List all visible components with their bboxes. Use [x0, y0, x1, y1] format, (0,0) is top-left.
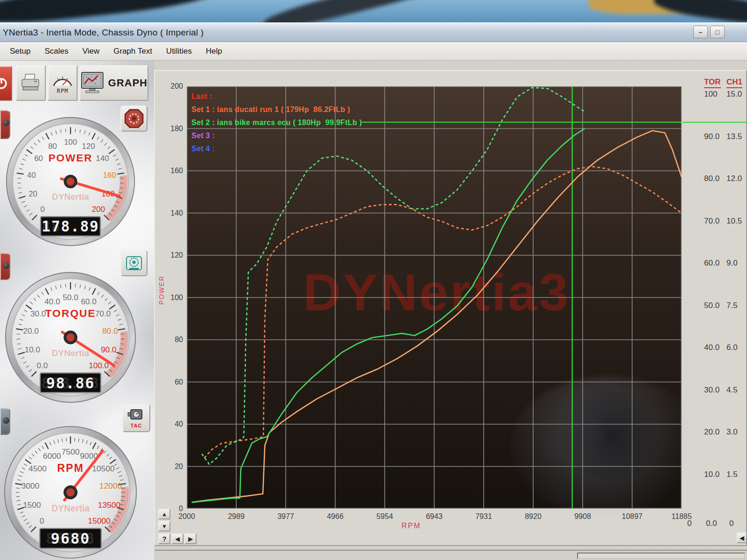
menu-item-utilities[interactable]: Utilities: [159, 44, 199, 59]
svg-text:0: 0: [41, 205, 45, 214]
rpm-dial-icon: [52, 72, 73, 88]
svg-text:10500: 10500: [92, 464, 114, 473]
window-title: YNertia3 - Inertia Mode, Chassis Dyno ( …: [0, 28, 204, 38]
scroll-right-button[interactable]: ▶: [184, 533, 197, 544]
help-button[interactable]: ?: [158, 533, 170, 544]
menu-item-scales[interactable]: Scales: [37, 44, 75, 59]
title-bar[interactable]: YNertia3 - Inertia Mode, Chassis Dyno ( …: [0, 22, 747, 42]
ch1-value: 10.5: [726, 217, 742, 226]
series-curve: [202, 88, 585, 464]
x-axis-label: RPM: [402, 522, 421, 530]
graph-button-label: GRAPH: [108, 77, 148, 89]
svg-text:TORQUE: TORQUE: [45, 307, 96, 319]
svg-text:DYNertia: DYNertia: [51, 504, 90, 513]
maximize-button[interactable]: □: [710, 26, 725, 38]
tachometer-icon: [127, 408, 146, 423]
tor-zero: 0.0: [706, 519, 717, 528]
legend-row: Last :: [191, 92, 212, 101]
x-tick: 7931: [470, 512, 498, 521]
svg-text:20.0: 20.0: [23, 326, 39, 336]
menu-item-graph-text[interactable]: Graph Text: [106, 44, 159, 59]
svg-text:80: 80: [48, 142, 57, 151]
ch1-value: 3.0: [726, 427, 738, 437]
menu-bar: SetupScalesViewGraph TextUtilitiesHelp: [0, 42, 747, 61]
tor-value: 70.0: [704, 217, 719, 226]
menu-item-help[interactable]: Help: [199, 44, 229, 59]
svg-text:140: 140: [96, 154, 109, 163]
svg-text:200: 200: [92, 205, 105, 214]
svg-text:50.0: 50.0: [63, 293, 78, 302]
x-tick: 2000: [173, 512, 201, 521]
tor-header: TOR: [704, 77, 721, 88]
y-tick: 200: [158, 82, 183, 91]
tor-value: 50.0: [704, 301, 719, 310]
graph-button[interactable]: GRAPH: [79, 65, 148, 101]
y-tick: 20: [158, 462, 183, 471]
rpm-dial-button[interactable]: RPM: [48, 65, 78, 101]
minimize-button[interactable]: –: [693, 26, 708, 38]
bottom-status-box: [577, 553, 745, 559]
y-tick: 40: [158, 420, 183, 428]
series-curve: [192, 129, 585, 503]
svg-text:0.0: 0.0: [36, 361, 48, 370]
legend-row: Set 1 : ians ducati run 1 ( 179Hp 86.2Ft…: [191, 105, 350, 114]
svg-text:30.0: 30.0: [30, 309, 46, 318]
print-button[interactable]: [16, 65, 46, 101]
tor-value: 80.0: [704, 174, 719, 183]
bottom-divider: [155, 550, 747, 551]
ch1-value: 4.5: [726, 385, 738, 395]
svg-text:40: 40: [27, 171, 36, 180]
peak-power-marker-extension: [683, 122, 747, 123]
y-tick: 160: [158, 167, 183, 175]
graph-monitor-icon: [80, 71, 105, 95]
rpm-gauge: 0150030004500600075009000105001200013500…: [3, 425, 138, 560]
x-tick: 6943: [420, 512, 448, 521]
y-tick: 60: [158, 378, 183, 386]
svg-text:100.0: 100.0: [89, 361, 109, 370]
torque-gauge: 0.010.020.030.040.050.060.070.080.090.01…: [4, 271, 137, 404]
ch1-value: 1.5: [726, 470, 738, 479]
svg-text:20: 20: [28, 189, 37, 198]
svg-text:13500: 13500: [98, 500, 120, 510]
ch1-value: 9.0: [726, 259, 738, 268]
svg-text:160: 160: [103, 171, 116, 180]
knob-icon: [3, 262, 9, 269]
x-tick: 4966: [321, 512, 349, 521]
legend-row: Set 4 :: [191, 145, 215, 153]
y-tick: 180: [158, 125, 183, 133]
ch1-value: 15.0: [726, 90, 742, 99]
svg-text:0: 0: [40, 516, 44, 525]
ch1-value: 7.5: [726, 301, 738, 310]
ch1-header: CH1: [726, 77, 742, 88]
edge-scroll-left-button[interactable]: ◀: [737, 532, 747, 543]
x-tick: 9908: [569, 512, 597, 521]
tor-value: 90.0: [704, 132, 719, 141]
svg-text:178.89: 178.89: [42, 218, 99, 235]
svg-text:15000: 15000: [88, 516, 110, 525]
legend-row: Set 2 : ians bike marcs ecu ( 180Hp 99.9…: [191, 119, 362, 127]
scroll-up-button[interactable]: ▲: [158, 509, 170, 519]
app-screen: YNertia3 - Inertia Mode, Chassis Dyno ( …: [0, 0, 747, 560]
svg-text:DYNertia: DYNertia: [52, 192, 89, 202]
svg-text:DYNertia: DYNertia: [52, 348, 90, 358]
menu-item-setup[interactable]: Setup: [3, 44, 37, 59]
scroll-left-button[interactable]: ◀: [171, 533, 183, 544]
power-button[interactable]: [0, 66, 12, 101]
tor-value: 30.0: [704, 385, 719, 395]
svg-text:60.0: 60.0: [81, 297, 96, 306]
tor-value: 100: [704, 90, 717, 99]
rpm-dial-label: RPM: [57, 88, 69, 94]
x-tick: 3977: [272, 512, 300, 521]
svg-text:POWER: POWER: [49, 152, 93, 164]
svg-text:80.0: 80.0: [102, 326, 118, 336]
svg-text:40.0: 40.0: [44, 297, 60, 306]
y-tick: 140: [158, 209, 183, 217]
menu-item-view[interactable]: View: [75, 44, 106, 59]
svg-text:9680: 9680: [51, 530, 91, 547]
y-axis-label: POWER: [158, 275, 165, 305]
desktop-background: [0, 0, 747, 23]
y-tick: 80: [158, 336, 183, 344]
legend-row: Set 3 :: [191, 132, 215, 140]
svg-text:12000: 12000: [99, 481, 122, 490]
scroll-down-button[interactable]: ▼: [158, 521, 170, 532]
